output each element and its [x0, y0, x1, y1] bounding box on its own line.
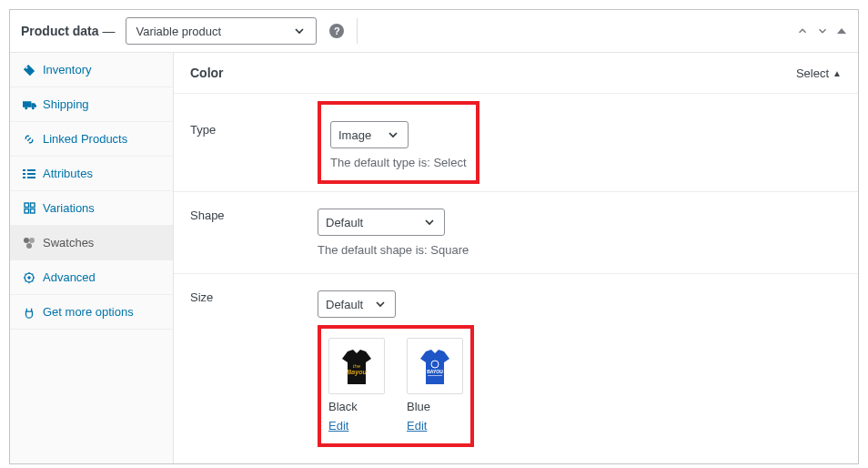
svg-point-0	[25, 66, 27, 68]
link-icon	[21, 133, 37, 146]
sidebar-item-inventory[interactable]: Inventory	[10, 53, 173, 87]
attribute-header: Color Select ▲	[174, 53, 858, 94]
row-type: Type Image The default type is: Select	[174, 94, 858, 192]
list-icon	[21, 168, 37, 179]
grid-icon	[21, 202, 37, 214]
swatch-image[interactable]: the Bayou	[328, 338, 385, 394]
product-type-value: Variable product	[136, 25, 221, 38]
tag-icon	[21, 64, 37, 76]
shape-value: Default	[326, 216, 363, 229]
svg-point-3	[31, 107, 34, 109]
svg-rect-1	[23, 101, 31, 107]
sidebar-item-swatches[interactable]: Swatches	[10, 226, 173, 260]
type-value: Image	[338, 128, 371, 142]
swatch-edit-link[interactable]: Edit	[407, 419, 427, 432]
product-type-select[interactable]: Variable product	[126, 17, 317, 45]
shape-help: The default shape is: Square	[318, 243, 842, 257]
svg-rect-23	[428, 375, 442, 376]
swatch-label: Blue	[407, 400, 463, 413]
plugin-icon	[21, 306, 37, 319]
select-toggle[interactable]: Select ▲	[796, 66, 842, 80]
svg-rect-10	[25, 203, 29, 208]
chevron-down-icon	[422, 215, 437, 229]
sidebar-item-linked-products[interactable]: Linked Products	[10, 122, 173, 157]
row-label-size: Size	[190, 290, 318, 318]
svg-rect-5	[27, 169, 35, 171]
swatch-image[interactable]: BAYOU	[407, 338, 463, 394]
sidebar-item-attributes[interactable]: Attributes	[10, 157, 173, 191]
chevron-down-icon	[386, 127, 400, 142]
shape-select[interactable]: Default	[318, 209, 445, 236]
swatch-item-blue: BAYOU Blue Edit	[407, 338, 463, 432]
swatch-item-black: the Bayou Black Edit	[328, 338, 385, 432]
svg-rect-11	[30, 203, 35, 208]
type-select[interactable]: Image	[330, 121, 409, 148]
triangle-up-icon: ▲	[833, 68, 842, 78]
row-label-shape: Shape	[190, 209, 318, 257]
svg-rect-7	[27, 173, 35, 175]
svg-point-16	[26, 243, 32, 249]
sidebar-item-label: Shipping	[43, 97, 89, 111]
size-value: Default	[326, 298, 363, 311]
divider	[357, 18, 358, 44]
svg-point-15	[29, 238, 35, 243]
panel-header: Product data — Variable product ?	[10, 10, 858, 53]
chevron-down-icon	[373, 297, 388, 311]
select-toggle-label: Select	[796, 66, 829, 80]
svg-rect-6	[23, 173, 25, 175]
row-size: Size Default	[174, 274, 858, 325]
sidebar-item-shipping[interactable]: Shipping	[10, 87, 173, 122]
sidebar-item-label: Variations	[43, 201, 95, 215]
svg-rect-9	[27, 177, 35, 178]
chevron-down-icon	[292, 24, 307, 38]
sidebar-item-label: Get more options	[43, 305, 134, 319]
product-data-panel: Product data — Variable product ?	[9, 9, 859, 464]
type-highlight: Image The default type is: Select	[318, 101, 479, 184]
row-content-type: Image The default type is: Select	[318, 101, 842, 184]
swatch-label: Black	[328, 400, 385, 413]
attribute-title: Color	[190, 66, 224, 80]
type-help: The default type is: Select	[330, 156, 467, 169]
row-content-size: Default	[318, 290, 842, 318]
svg-text:Bayou: Bayou	[347, 369, 367, 376]
sidebar-item-get-more[interactable]: Get more options	[10, 295, 173, 330]
swatch-icon	[21, 237, 37, 249]
swatch-row: the Bayou Black Edit BAYOU	[174, 325, 858, 463]
row-shape: Shape Default The default shape is: Squa…	[174, 192, 858, 274]
svg-point-18	[27, 276, 31, 280]
panel-title: Product data —	[21, 24, 115, 38]
swatch-edit-link[interactable]: Edit	[328, 419, 348, 432]
swatch-highlight: the Bayou Black Edit BAYOU	[318, 325, 474, 447]
panel-body: Inventory Shipping Linked Products Attri…	[10, 53, 858, 463]
sidebar-item-variations[interactable]: Variations	[10, 191, 173, 226]
sidebar-item-label: Inventory	[43, 63, 91, 76]
svg-rect-12	[25, 209, 29, 214]
sidebar-item-label: Attributes	[43, 167, 93, 180]
panel-controls	[789, 25, 847, 37]
sidebar: Inventory Shipping Linked Products Attri…	[10, 53, 174, 463]
main-content: Color Select ▲ Type Image	[174, 53, 858, 463]
gear-icon	[21, 271, 37, 284]
sidebar-item-label: Swatches	[43, 236, 94, 249]
size-select[interactable]: Default	[318, 290, 396, 318]
sidebar-item-label: Linked Products	[43, 132, 127, 146]
svg-rect-4	[23, 169, 25, 171]
svg-point-2	[25, 107, 27, 109]
collapse-icon[interactable]	[836, 25, 847, 36]
move-up-icon[interactable]	[796, 25, 809, 37]
sidebar-item-advanced[interactable]: Advanced	[10, 260, 173, 295]
svg-text:BAYOU: BAYOU	[427, 369, 443, 374]
row-label-type: Type	[190, 101, 318, 184]
svg-point-14	[24, 238, 29, 243]
svg-rect-13	[30, 209, 35, 214]
help-icon[interactable]: ?	[329, 24, 344, 38]
row-content-shape: Default The default shape is: Square	[318, 209, 842, 257]
sidebar-item-label: Advanced	[43, 270, 96, 284]
truck-icon	[21, 99, 37, 110]
svg-rect-8	[23, 177, 25, 178]
move-down-icon[interactable]	[816, 25, 829, 37]
